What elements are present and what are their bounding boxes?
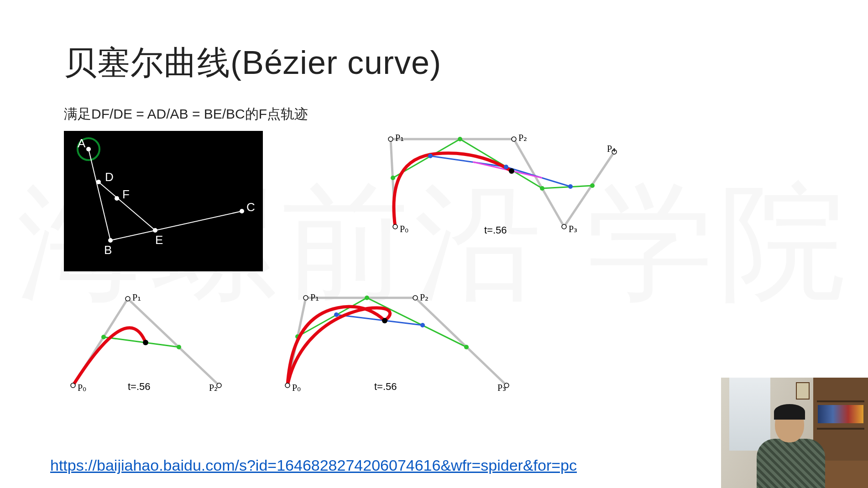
svg-point-12 [391,176,395,180]
svg-point-25 [101,335,106,339]
label-c-P0: P₀ [292,383,301,393]
slide-subtitle: 满足DF/DE = AD/AB = BE/BC的F点轨迹 [64,105,804,124]
svg-point-8 [153,228,157,233]
label-D: D [105,170,114,184]
svg-point-35 [334,312,339,317]
label-B: B [104,243,112,257]
svg-point-20 [388,137,393,141]
svg-point-5 [108,238,113,243]
label-P2: P₂ [518,133,527,143]
svg-point-40 [413,296,418,300]
svg-point-15 [590,183,595,188]
svg-point-22 [562,224,566,229]
svg-point-7 [96,180,101,184]
label-A: A [78,136,86,150]
svg-point-13 [458,137,462,141]
label-q-P0: P₀ [78,383,86,393]
label-P0: P₀ [400,224,408,234]
label-c-P3: P₃ [497,383,506,393]
label-P4: P₄ [607,144,616,154]
label-C: C [246,200,255,214]
svg-point-29 [125,296,130,301]
svg-point-18 [568,184,573,189]
svg-point-33 [464,345,469,349]
label-c-P1: P₁ [310,292,319,302]
label-q-P1: P₁ [132,292,141,302]
svg-point-4 [86,147,91,151]
svg-point-26 [177,345,181,349]
label-P1: P₁ [395,133,404,143]
svg-point-6 [240,209,244,213]
svg-point-38 [285,383,290,388]
source-link[interactable]: https://baijiahao.baidu.com/s?id=1646828… [50,457,577,474]
label-q-P2: P₂ [209,383,218,393]
svg-point-28 [71,383,75,388]
svg-line-24 [104,337,179,347]
slide-title: 贝塞尔曲线(Bézier curve) [64,41,804,85]
svg-point-19 [393,224,397,229]
label-E: E [155,233,163,247]
diagram-quartic-bezier: P₀ P₁ P₂ P₃ P₄ t=.56 [382,131,628,240]
svg-point-16 [428,154,433,158]
t-label-quadratic: t=.56 [128,381,151,393]
svg-point-36 [420,323,425,327]
svg-point-9 [115,196,119,201]
svg-line-1 [89,149,110,240]
svg-point-27 [143,340,148,345]
diagram-construction: A B C D E F [64,131,263,271]
diagram-cubic-bezier: P₀ P₁ P₂ P₃ t=.56 [274,290,520,395]
svg-point-37 [382,318,387,323]
svg-point-17 [504,165,508,169]
svg-line-2 [110,211,242,240]
svg-point-32 [365,296,369,300]
svg-point-14 [540,186,544,191]
svg-point-11 [509,168,514,174]
svg-point-21 [512,137,516,141]
label-P3: P₃ [569,224,577,234]
diagram-quadratic-bezier: P₀ P₁ P₂ t=.56 [64,290,228,395]
presenter-webcam [721,378,868,488]
label-F: F [122,187,130,201]
t-label-quartic: t=.56 [484,224,507,236]
svg-point-39 [303,296,308,300]
t-label-cubic: t=.56 [374,381,397,393]
label-c-P2: P₂ [420,292,429,302]
